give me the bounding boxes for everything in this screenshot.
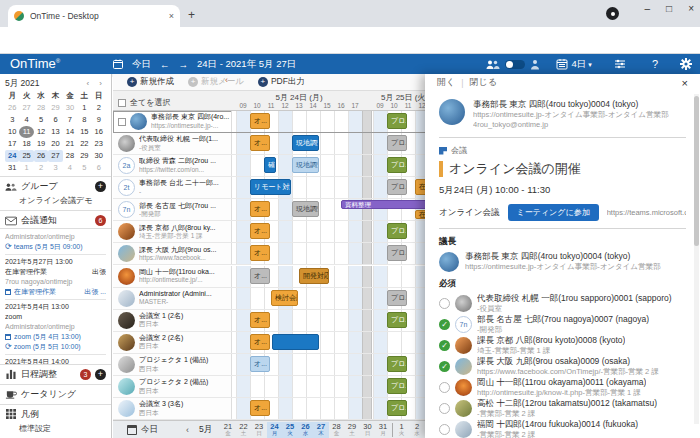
window-maximize-button[interactable]: □ [666, 3, 672, 14]
mini-calendar-day[interactable]: 9 [92, 114, 106, 126]
strip-day[interactable]: 1火 [394, 422, 410, 438]
mini-calendar-day[interactable]: 23 [92, 138, 106, 150]
add-group-button[interactable]: + [95, 181, 106, 192]
mini-calendar-day[interactable]: 2 [92, 102, 106, 114]
view-days-dropdown[interactable]: 4日▾ [572, 58, 592, 71]
schedule-block[interactable]: 確. [264, 157, 276, 173]
schedule-block[interactable]: 現地調査 [292, 201, 319, 217]
panel-open-button[interactable]: 開く [437, 76, 455, 89]
mini-calendar-day[interactable]: 7 [63, 114, 77, 126]
schedule-block[interactable]: プロ... [387, 356, 407, 372]
mini-calendar-day[interactable]: 24 [5, 150, 19, 162]
pdf-export-button[interactable]: +PDF出力 [258, 76, 305, 88]
mini-calendar-day[interactable]: 3 [5, 114, 19, 126]
schedule-block[interactable]: 検討会議の... [271, 290, 298, 306]
notification-line[interactable]: zoom (5月 4日 13:00) [5, 332, 106, 342]
mini-calendar-day[interactable]: 6 [92, 162, 106, 174]
attendee-row[interactable]: ✓7n部長 名古屋 七郎(7rou nagoya)0007 (nagoya)-開… [439, 314, 686, 335]
schedule-block[interactable]: オ... [250, 135, 270, 151]
mini-calendar-day[interactable]: 1 [77, 102, 91, 114]
strip-prev-button[interactable]: ‹ [186, 425, 189, 435]
schedule-block[interactable]: プロ... [387, 113, 407, 129]
attendee-row[interactable]: ✓課長 京都 八郎(8rou kyoto)0008 (kyoto)埼玉-営業部-… [439, 335, 686, 356]
person-cell[interactable]: 会議室 1 (2名)西日本 [113, 310, 232, 331]
help-icon[interactable]: ? [652, 58, 658, 70]
select-all[interactable]: 全てを選択 [118, 97, 170, 108]
new-mail-button[interactable]: +新規メール [188, 76, 244, 88]
person-cell[interactable]: プロジェクタ 1 (備品)西日本 [113, 354, 232, 375]
notification-item[interactable]: 2021年5月4日 13:00zoomAdministrator/ontimej… [5, 300, 106, 355]
mini-calendar-day[interactable]: 11 [19, 126, 33, 138]
person-cell[interactable]: 課長 大阪 九郎(9rou os...https://www.facebook.… [113, 243, 232, 264]
schedule-block[interactable]: 現地調査 [292, 157, 319, 173]
mini-calendar-day[interactable]: 5 [77, 162, 91, 174]
mini-calendar-day[interactable]: 6 [48, 114, 62, 126]
mini-calendar-day[interactable]: 5 [34, 114, 48, 126]
mini-calendar-day[interactable]: 22 [77, 138, 91, 150]
tab-search-icon[interactable] [606, 7, 619, 20]
mini-calendar-day[interactable]: 20 [48, 138, 62, 150]
new-entry-button[interactable]: +新規作成 [127, 76, 174, 88]
tune-icon[interactable] [614, 59, 626, 69]
mini-calendar-day[interactable]: 27 [19, 102, 33, 114]
mini-calendar-day[interactable]: 28 [34, 102, 48, 114]
strip-day[interactable]: 29土 [344, 422, 360, 438]
schedule-block[interactable] [272, 334, 319, 350]
strip-day[interactable]: 23日 [251, 422, 267, 438]
mini-calendar-day[interactable]: 4 [63, 162, 77, 174]
strip-day[interactable]: 30日 [360, 422, 376, 438]
tool-sub-item[interactable]: 標準設定 [5, 421, 106, 435]
strip-day[interactable]: 28金 [329, 422, 345, 438]
person-cell[interactable]: 会議室 2 (2名)西日本 [113, 332, 232, 353]
mini-calendar-day[interactable]: 25 [19, 150, 33, 162]
mini-calendar-nav[interactable]: ‹ › [86, 79, 106, 88]
strip-day[interactable]: 25火 [282, 422, 298, 438]
mini-calendar-day[interactable]: 18 [19, 138, 33, 150]
notification-line[interactable]: ⟳zoom (5月 5日 10:00) [5, 342, 106, 352]
sidebar-tool-legend[interactable]: 凡例標準設定 [0, 404, 111, 438]
schedule-block[interactable]: オ... [250, 113, 270, 129]
new-tab-button[interactable]: + [188, 8, 195, 22]
person-cell[interactable]: 会議室 3 (3名)西日本 [113, 398, 232, 419]
window-close-button[interactable]: × [688, 3, 694, 14]
attendee-row[interactable]: ✓課長 大阪 九郎(9rou osaka)0009 (osaka)https:/… [439, 356, 686, 377]
attendee-row[interactable]: 福岡 十四郎(14rou fukuoka)0014 (fukuoka)-営業部-… [439, 419, 686, 438]
attendee-row[interactable]: 代表取締役 札幌 一郎(1rou sapporo)0001 (sapporo)-… [439, 293, 686, 314]
notification-item[interactable]: 2021年5月27日 13:00在庫管理作業出張7rou nagoya/onti… [5, 255, 106, 300]
notification-line[interactable]: ⟳teams (5月 5日 09:00) [5, 242, 106, 252]
window-minimize-button[interactable]: – [645, 3, 651, 14]
person-cell[interactable]: プロジェクタ 2 (備品)西日本 [113, 376, 232, 397]
schedule-block[interactable]: オ... [250, 400, 270, 416]
browser-tab[interactable]: OnTime - Desktop × [8, 5, 180, 27]
strip-day[interactable]: 26水 [298, 422, 314, 438]
mini-calendar-day[interactable]: 19 [34, 138, 48, 150]
mini-calendar-day[interactable]: 16 [92, 126, 106, 138]
select-all-checkbox[interactable] [118, 99, 126, 107]
mini-calendar-day[interactable]: 14 [63, 126, 77, 138]
group-view-icon[interactable] [486, 59, 500, 70]
schedule-block[interactable]: オ... [250, 312, 270, 328]
schedule-block[interactable]: オ... [250, 201, 270, 217]
row-checkbox[interactable] [118, 118, 126, 126]
mini-calendar-day[interactable]: 13 [48, 126, 62, 138]
mini-calendar-day[interactable]: 1 [19, 162, 33, 174]
schedule-block[interactable]: プロ... [387, 135, 407, 151]
view-toggle[interactable] [505, 60, 525, 69]
tab-close-icon[interactable]: × [169, 11, 174, 21]
mini-calendar-day[interactable]: 21 [63, 138, 77, 150]
mini-calendar-day[interactable]: 10 [5, 126, 19, 138]
person-cell[interactable]: 代表取締役 札幌 一郎(1...-役員室 [113, 133, 232, 154]
attendee-row[interactable]: 高松 十二郎(12rou takamatsu)0012 (takamatsu)-… [439, 398, 686, 419]
view-calendar-icon[interactable] [556, 58, 568, 70]
mini-calendar-day[interactable]: 8 [77, 114, 91, 126]
person-cell[interactable]: 2a取締役 青森 二郎(2rou ...https://twitter.com/… [113, 155, 232, 176]
notification-item[interactable]: 2021年5月4日 14:00zzAdministrator/ontimejpz… [5, 355, 106, 364]
schedule-block[interactable]: オ... [250, 245, 270, 261]
notification-line[interactable]: 在庫管理作業出張 ... [5, 287, 106, 297]
schedule-block[interactable]: オ... [250, 223, 270, 239]
mini-calendar-day[interactable]: 26 [5, 102, 19, 114]
tool-add-button[interactable]: + [95, 369, 106, 380]
next-button[interactable]: → [179, 59, 189, 70]
collapse-people-list-handle[interactable]: ‹ [225, 75, 228, 85]
today-button[interactable]: 今日 [132, 58, 151, 71]
